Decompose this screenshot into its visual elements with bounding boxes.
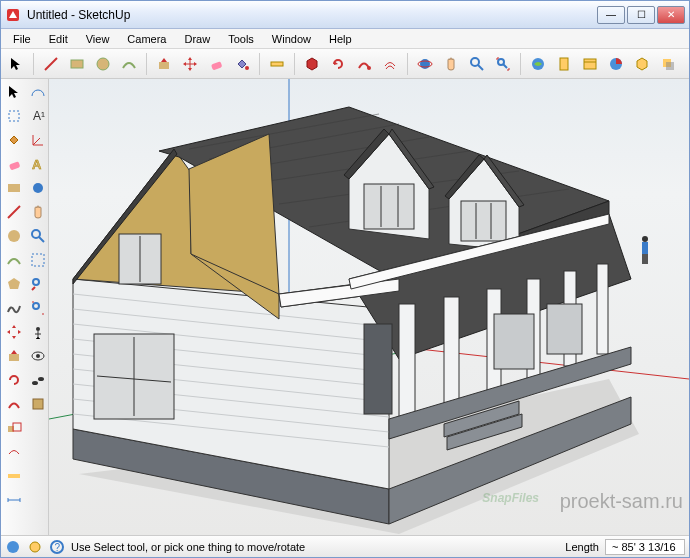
svg-rect-76 [597, 264, 608, 354]
follow-me-tool-icon[interactable] [353, 53, 375, 75]
svg-rect-17 [666, 62, 674, 70]
svg-point-37 [38, 377, 44, 381]
rotate-tool-icon[interactable] [327, 53, 349, 75]
close-button[interactable]: ✕ [657, 6, 685, 24]
svg-rect-71 [399, 304, 415, 419]
move-tool-icon[interactable] [179, 53, 201, 75]
materials-icon[interactable] [605, 53, 627, 75]
svg-point-42 [642, 236, 648, 242]
top-toolbar [1, 49, 689, 79]
zoom-tool-icon[interactable] [466, 53, 488, 75]
tape-left-icon[interactable] [3, 465, 25, 487]
axes-left-icon[interactable] [27, 129, 49, 151]
menu-draw[interactable]: Draw [176, 31, 218, 47]
polygon-left-icon[interactable] [3, 273, 25, 295]
make-component-icon[interactable] [301, 53, 323, 75]
menu-tools[interactable]: Tools [220, 31, 262, 47]
paint-bucket-tool-icon[interactable] [231, 53, 253, 75]
orbit-left-icon[interactable] [27, 177, 49, 199]
circle-tool-icon[interactable] [92, 53, 114, 75]
push-pull-tool-icon[interactable] [153, 53, 175, 75]
select-tool-icon[interactable] [5, 53, 27, 75]
svg-point-35 [36, 354, 40, 358]
menu-window[interactable]: Window [264, 31, 319, 47]
make-component-left-icon[interactable] [3, 105, 25, 127]
offset-left-icon[interactable] [3, 441, 25, 463]
eraser-left-icon[interactable] [3, 153, 25, 175]
zoom-left-icon[interactable] [27, 225, 49, 247]
zoom-extents-tool-icon[interactable] [492, 53, 514, 75]
pan-tool-icon[interactable] [440, 53, 462, 75]
position-camera-icon[interactable] [27, 321, 49, 343]
app-icon [5, 7, 21, 23]
zoom-extents-left-icon[interactable] [27, 297, 49, 319]
follow-me-left-icon[interactable] [3, 393, 25, 415]
menu-camera[interactable]: Camera [119, 31, 174, 47]
arc-tool-icon[interactable] [118, 53, 140, 75]
scale-left-icon[interactable] [3, 417, 25, 439]
viewport-3d[interactable]: SnapFiles proekt-sam.ru [49, 79, 689, 535]
measurement-box[interactable]: ~ 85' 3 13/16 [605, 539, 685, 555]
svg-rect-4 [211, 61, 222, 70]
rotate-left-icon[interactable] [3, 369, 25, 391]
app-window: Untitled - SketchUp — ☐ ✕ File Edit View… [0, 0, 690, 558]
svg-rect-68 [461, 201, 506, 241]
svg-rect-72 [444, 297, 459, 407]
status-hint-text: Use Select tool, or pick one thing to mo… [71, 541, 559, 553]
svg-text:?: ? [55, 542, 61, 553]
svg-point-33 [36, 327, 40, 331]
geo-location-icon[interactable] [5, 539, 21, 555]
house-model [49, 79, 689, 535]
credits-icon[interactable] [27, 539, 43, 555]
line-left-icon[interactable] [3, 201, 25, 223]
select-tool-left-icon[interactable] [3, 81, 25, 103]
menu-view[interactable]: View [78, 31, 118, 47]
menu-file[interactable]: File [5, 31, 39, 47]
zoom-window-left-icon[interactable] [27, 249, 49, 271]
menu-edit[interactable]: Edit [41, 31, 76, 47]
eraser-tool-icon[interactable] [205, 53, 227, 75]
tape-measure-tool-icon[interactable] [266, 53, 288, 75]
svg-rect-6 [271, 62, 283, 66]
previous-view-icon[interactable] [27, 273, 49, 295]
svg-rect-78 [494, 314, 534, 369]
svg-rect-77 [364, 324, 392, 414]
paint-left-icon[interactable] [3, 129, 25, 151]
component-browser-icon[interactable] [579, 53, 601, 75]
get-models-icon[interactable] [527, 53, 549, 75]
svg-rect-30 [32, 254, 44, 266]
window-title: Untitled - SketchUp [27, 8, 597, 22]
svg-point-10 [471, 58, 479, 66]
svg-point-5 [245, 66, 249, 70]
orbit-tool-icon[interactable] [414, 53, 436, 75]
help-icon[interactable]: ? [49, 539, 65, 555]
shadow-icon[interactable] [657, 53, 679, 75]
3dtext-left-icon[interactable]: A [27, 153, 49, 175]
push-pull-left-icon[interactable] [3, 345, 25, 367]
offset-tool-icon[interactable] [379, 53, 401, 75]
rectangle-left-icon[interactable] [3, 177, 25, 199]
walk-icon[interactable] [27, 369, 49, 391]
pan-left-icon[interactable] [27, 201, 49, 223]
circle-left-icon[interactable] [3, 225, 25, 247]
svg-point-31 [33, 279, 39, 285]
arc-left-icon[interactable] [3, 249, 25, 271]
svg-point-81 [30, 542, 40, 552]
menu-help[interactable]: Help [321, 31, 360, 47]
look-around-icon[interactable] [27, 345, 49, 367]
svg-rect-14 [584, 59, 596, 69]
move-left-icon[interactable] [3, 321, 25, 343]
protractor-left-icon[interactable] [27, 81, 49, 103]
text-left-icon[interactable]: A¹ [27, 105, 49, 127]
section-plane-icon[interactable] [27, 393, 49, 415]
svg-rect-13 [560, 58, 568, 70]
line-tool-icon[interactable] [40, 53, 62, 75]
dimension-left-icon[interactable] [3, 489, 25, 511]
svg-text:A¹: A¹ [33, 109, 45, 123]
share-model-icon[interactable] [553, 53, 575, 75]
freehand-left-icon[interactable] [3, 297, 25, 319]
minimize-button[interactable]: — [597, 6, 625, 24]
rectangle-tool-icon[interactable] [66, 53, 88, 75]
maximize-button[interactable]: ☐ [627, 6, 655, 24]
layers-icon[interactable] [631, 53, 653, 75]
